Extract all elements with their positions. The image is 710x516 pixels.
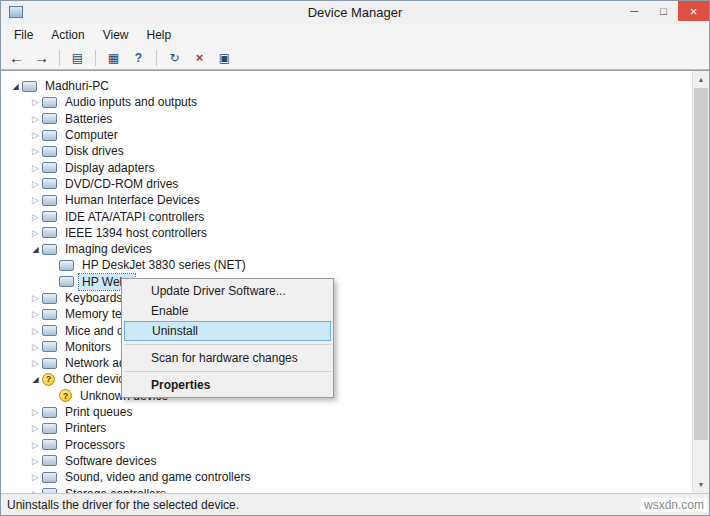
tree-item[interactable]: ▷DVD/CD-ROM drives (1, 176, 692, 192)
menu-view[interactable]: View (94, 26, 138, 44)
menu-action[interactable]: Action (42, 26, 93, 44)
properties-button[interactable]: ▦ (102, 48, 125, 67)
unknown-question-icon: ? (59, 389, 72, 402)
collapsed-expander-icon[interactable]: ▷ (29, 407, 42, 417)
tree-item[interactable]: ▷Human Interface Devices (1, 192, 692, 208)
print-queue-icon (42, 407, 57, 418)
imaging-device-icon (59, 260, 74, 271)
tree-item[interactable]: ▷Mice and oth (1, 322, 692, 338)
tree-item[interactable]: ▷Printers (1, 420, 692, 436)
context-menu-item-update-driver-software[interactable]: Update Driver Software... (122, 281, 333, 301)
battery-icon (42, 113, 57, 124)
tree-item-label: Sound, video and game controllers (62, 469, 253, 485)
collapsed-expander-icon[interactable]: ▷ (29, 456, 42, 466)
tree-item[interactable]: ▷Batteries (1, 111, 692, 127)
context-menu-item-uninstall[interactable]: Uninstall (124, 321, 331, 341)
scrollbar-thumb[interactable] (694, 88, 708, 440)
tree-item-label: IDE ATA/ATAPI controllers (62, 209, 207, 225)
context-menu-item-scan-for-hardware-changes[interactable]: Scan for hardware changes (122, 348, 333, 368)
sound-device-icon (42, 472, 57, 483)
tree-item[interactable]: ◢Imaging devices (1, 241, 692, 257)
software-device-icon (42, 455, 57, 466)
collapsed-expander-icon[interactable]: ▷ (29, 114, 42, 124)
tree-item[interactable]: ▷Software devices (1, 453, 692, 469)
tree-item-label: Storage controllers (62, 486, 169, 493)
context-menu-item-enable[interactable]: Enable (122, 301, 333, 321)
tree-item-label: Processors (62, 437, 128, 453)
collapsed-expander-icon[interactable]: ▷ (29, 228, 42, 238)
maximize-button[interactable]: □ (649, 1, 678, 21)
tree-item[interactable]: ▷IEEE 1394 host controllers (1, 225, 692, 241)
menu-separator (124, 344, 331, 345)
tree-item[interactable]: ▷Display adapters (1, 159, 692, 175)
tree-item[interactable]: ▷Network ada (1, 355, 692, 371)
collapsed-expander-icon[interactable]: ▷ (29, 97, 42, 107)
tree-item-label: HP DeskJet 3830 series (NET) (79, 257, 249, 273)
tree-item[interactable]: ▷Monitors (1, 339, 692, 355)
dvd-drive-icon (42, 178, 57, 189)
hid-device-icon (42, 195, 57, 206)
tree-item-label: Human Interface Devices (62, 192, 203, 208)
title-bar: Device Manager ─ □ × (1, 1, 709, 24)
help-button[interactable]: ? (127, 48, 150, 67)
tree-item-label: Display adapters (62, 160, 157, 176)
collapsed-expander-icon[interactable]: ▷ (29, 212, 42, 222)
close-button[interactable]: × (678, 1, 709, 21)
collapsed-expander-icon[interactable]: ▷ (29, 195, 42, 205)
scroll-down-icon[interactable]: ▼ (693, 476, 709, 493)
display-adapter-icon (42, 162, 57, 173)
tree-item-label: Disk drives (62, 143, 127, 159)
tree-item-label: Keyboards (62, 290, 125, 306)
tree-item[interactable]: ▷Keyboards (1, 290, 692, 306)
context-menu-item-properties[interactable]: Properties (122, 375, 333, 395)
tree-item[interactable]: ?Unknown device (1, 388, 692, 404)
tree-item[interactable]: ▷Disk drives (1, 143, 692, 159)
minimize-button[interactable]: ─ (620, 1, 649, 21)
menu-file[interactable]: File (5, 26, 42, 44)
tree-item[interactable]: ▷Computer (1, 127, 692, 143)
tree-item-label: Computer (62, 127, 121, 143)
expanded-expander-icon[interactable]: ◢ (29, 245, 42, 254)
collapsed-expander-icon[interactable]: ▷ (29, 179, 42, 189)
tree-item[interactable]: ▷Processors (1, 437, 692, 453)
tree-item[interactable]: ▷Print queues (1, 404, 692, 420)
collapsed-expander-icon[interactable]: ▷ (29, 293, 42, 303)
scan-hardware-changes-button[interactable]: ▣ (213, 48, 236, 67)
tree-item[interactable]: HP DeskJet 3830 series (NET) (1, 257, 692, 273)
collapsed-expander-icon[interactable]: ▷ (29, 358, 42, 368)
printer-icon (42, 423, 57, 434)
collapsed-expander-icon[interactable]: ▷ (29, 146, 42, 156)
collapsed-expander-icon[interactable]: ▷ (29, 342, 42, 352)
tree-item-label: Audio inputs and outputs (62, 94, 200, 110)
collapsed-expander-icon[interactable]: ▷ (29, 326, 42, 336)
window-title: Device Manager (1, 5, 709, 20)
tree-item[interactable]: ◢Madhuri-PC (1, 78, 692, 94)
vertical-scrollbar[interactable]: ▲ ▼ (692, 71, 709, 493)
menu-help[interactable]: Help (138, 26, 181, 44)
tree-item[interactable]: ▷Memory tech (1, 306, 692, 322)
tree-item[interactable]: ▷Storage controllers (1, 485, 692, 493)
audio-device-icon (42, 97, 57, 108)
scroll-up-icon[interactable]: ▲ (693, 71, 709, 88)
show-console-tree-button[interactable]: ▤ (66, 48, 89, 67)
collapsed-expander-icon[interactable]: ▷ (29, 423, 42, 433)
tree-item[interactable]: ▷IDE ATA/ATAPI controllers (1, 208, 692, 224)
refresh-button[interactable]: ↻ (163, 48, 186, 67)
network-adapter-icon (42, 358, 57, 369)
collapsed-expander-icon[interactable]: ▷ (29, 309, 42, 319)
expanded-expander-icon[interactable]: ◢ (9, 82, 22, 91)
tree-item[interactable]: ◢?Other device (1, 371, 692, 387)
back-button[interactable]: ← (5, 48, 28, 67)
monitor-icon (42, 341, 57, 352)
forward-button[interactable]: → (30, 48, 53, 67)
toolbar-separator (95, 50, 96, 66)
tree-item[interactable]: ▷Sound, video and game controllers (1, 469, 692, 485)
collapsed-expander-icon[interactable]: ▷ (29, 130, 42, 140)
expanded-expander-icon[interactable]: ◢ (29, 375, 42, 384)
collapsed-expander-icon[interactable]: ▷ (29, 440, 42, 450)
tree-item[interactable]: HP Webc (1, 274, 692, 290)
collapsed-expander-icon[interactable]: ▷ (29, 163, 42, 173)
uninstall-button[interactable]: × (188, 48, 211, 67)
collapsed-expander-icon[interactable]: ▷ (29, 472, 42, 482)
tree-item[interactable]: ▷Audio inputs and outputs (1, 94, 692, 110)
